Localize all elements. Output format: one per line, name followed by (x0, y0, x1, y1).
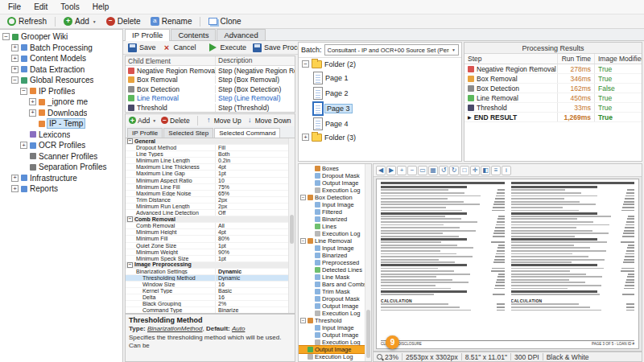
property-value[interactable]: 2px (216, 204, 295, 209)
select-region-icon[interactable]: □ (460, 166, 469, 175)
child-row-threshold[interactable]: ThresholdStep (Threshold) (126, 103, 295, 113)
diagnostic-item-filtered[interactable]: Filtered (299, 208, 371, 216)
expander-icon[interactable]: − (2, 33, 10, 40)
nav-item-data-extraction[interactable]: +Data Extraction (0, 64, 122, 76)
expander-icon[interactable]: + (11, 44, 19, 51)
property-row-minimum-aspect-ratio[interactable]: Minimum Aspect Ratio10 (126, 178, 295, 184)
property-value[interactable]: 90% (216, 249, 295, 255)
result-row-line-removal[interactable]: Line Removal450msTrue (464, 93, 642, 103)
nav-item-ignore-me[interactable]: +_ignore me (0, 97, 122, 108)
property-category-general[interactable]: −General (126, 138, 295, 145)
property-row-thresholding-method[interactable]: Thresholding MethodDynamic (126, 275, 295, 282)
diagnostic-item-execution-log[interactable]: Execution Log (299, 353, 371, 360)
expander-icon[interactable]: + (11, 55, 19, 62)
diagnostic-item-execution-log[interactable]: Execution Log (299, 230, 371, 237)
property-row-minimum-weight[interactable]: Minimum Weight90% (126, 249, 295, 256)
diagnostic-item-execution-log[interactable]: Execution Log (299, 187, 371, 194)
step-tab-selected-command[interactable]: Selected Command (214, 128, 280, 138)
step-tab-selected-step[interactable]: Selected Step (163, 128, 213, 138)
property-value[interactable]: Off (216, 210, 295, 216)
save-processed-page-button[interactable]: Save Processed Page (250, 43, 298, 53)
property-value[interactable]: 4pt (216, 229, 295, 235)
scrollbar-thumb[interactable] (290, 215, 294, 244)
property-row-minimum-fill[interactable]: Minimum Fill80% (126, 236, 295, 242)
menu-item-file[interactable]: File (2, 1, 27, 13)
property-value[interactable]: Both (216, 151, 295, 157)
child-row-line-removal[interactable]: Line RemovalStep (Line Removal) (126, 94, 295, 104)
property-row-maximum-edge-noise[interactable]: Maximum Edge Noise65% (126, 191, 295, 197)
rotate-left-icon[interactable]: ↺ (439, 166, 448, 175)
zoom-in-icon[interactable]: + (397, 166, 407, 175)
diagnostic-item-box-detection[interactable]: −Box Detection (299, 194, 371, 201)
diagnostic-item-boxes[interactable]: Boxes (299, 165, 371, 172)
expander-icon[interactable]: − (300, 195, 306, 200)
batch-page-page-3[interactable]: Page 3 (299, 101, 461, 116)
diagnostic-item-execution-log[interactable]: Execution Log (299, 310, 371, 317)
property-value[interactable]: All (216, 223, 295, 228)
diagnostic-item-line-mask[interactable]: Line Mask (299, 274, 371, 281)
fit-width-icon[interactable]: ▭ (418, 166, 427, 175)
property-value[interactable]: 16 (216, 282, 295, 287)
property-row-minimum-run-length[interactable]: Minimum Run Length2px (126, 204, 295, 210)
pan-icon[interactable]: ✛ (470, 166, 480, 175)
diagnostic-item-input-image[interactable]: Input Image (299, 245, 371, 252)
expander-icon[interactable]: + (11, 66, 19, 73)
nav-item-ocr-profiles[interactable]: +OCR Profiles (0, 140, 122, 151)
expander-icon[interactable]: + (11, 185, 19, 192)
property-row-kernel-type[interactable]: Kernel TypeBasic (126, 288, 295, 294)
property-category-image-preprocessing[interactable]: −Image Preprocessing (126, 262, 295, 269)
collapse-icon[interactable]: − (127, 216, 133, 222)
expander-icon[interactable]: + (302, 134, 309, 141)
nav-item-downloads[interactable]: +Downloads (0, 108, 122, 119)
property-row-minimum-height[interactable]: Minimum Height4pt (126, 229, 295, 236)
property-value[interactable]: Binarize (216, 307, 295, 313)
move-up-button[interactable]: Move Up (205, 117, 242, 125)
property-row-line-types[interactable]: Line TypesBoth (126, 151, 295, 158)
refresh-button[interactable]: Refresh (3, 16, 51, 27)
property-row-maximum-line-thickness[interactable]: Maximum Line Thickness4pt (126, 164, 295, 171)
property-category-comb-removal[interactable]: −Comb Removal (126, 216, 295, 223)
result-row-box-removal[interactable]: Box Removal346msTrue (464, 74, 642, 84)
diagnostic-item-bars-and-combs[interactable]: Bars and Combs (299, 281, 371, 288)
nav-item-lexicons[interactable]: Lexicons (0, 130, 122, 141)
cancel-button[interactable]: Cancel (160, 43, 199, 53)
property-row-advanced-line-detection[interactable]: Advanced Line DetectionOff (126, 210, 295, 216)
next-page-icon[interactable]: ▶ (386, 166, 396, 175)
nav-item-grooper-wiki[interactable]: −Grooper Wiki (0, 31, 122, 43)
fit-page-icon[interactable]: ▦ (428, 166, 438, 175)
property-row-quiet-zone-size[interactable]: Quiet Zone Size1pt (126, 243, 295, 249)
nav-item-content-models[interactable]: +Content Models (0, 53, 122, 64)
rotate-right-icon[interactable]: ↻ (449, 166, 459, 175)
property-grid-scrollbar[interactable] (288, 138, 295, 313)
add-button[interactable]: Add▼ (60, 16, 101, 27)
diagnostics-tree-scrollbar[interactable] (365, 164, 371, 361)
expander-icon[interactable]: + (20, 142, 27, 149)
expander-icon[interactable]: − (11, 76, 19, 84)
menu-item-edit[interactable]: Edit (27, 1, 54, 13)
result-row-end-result[interactable]: ▶END RESULT1,269msTrue (464, 113, 642, 122)
property-row-trim-distance[interactable]: Trim Distance2px (126, 197, 295, 204)
property-value[interactable]: Basic (216, 288, 295, 294)
collapse-icon[interactable]: − (127, 262, 133, 268)
diagnostic-item-output-image[interactable]: Output Image (299, 346, 371, 353)
diagnostic-item-lines[interactable]: Lines (299, 223, 371, 230)
property-row-maximum-line-gap[interactable]: Maximum Line Gap1pt (126, 171, 295, 177)
expander-icon[interactable]: + (29, 109, 36, 117)
clone-button[interactable]: Clone (204, 16, 245, 27)
property-value[interactable]: 0.2in (216, 158, 295, 163)
diagnostic-item-input-image[interactable]: Input Image (299, 201, 371, 208)
move-down-button[interactable]: Move Down (246, 117, 291, 125)
property-value[interactable]: 16 (216, 294, 295, 300)
result-row-threshold[interactable]: Threshold33msTrue (464, 103, 642, 113)
property-value[interactable]: 1pt (216, 256, 295, 261)
batch-folder-folder-3[interactable]: +Folder (3) (299, 131, 461, 143)
property-value[interactable]: 4pt (216, 164, 295, 170)
property-value[interactable]: Dynamic (216, 269, 295, 274)
property-value[interactable]: 75% (216, 184, 295, 190)
batch-page-page-1[interactable]: Page 1 (299, 70, 461, 85)
property-value[interactable]: 80% (216, 236, 295, 241)
property-row-window-size[interactable]: Window Size16 (126, 282, 295, 288)
property-row-minimum-speck-size[interactable]: Minimum Speck Size1pt (126, 256, 295, 262)
diagnostic-item-preprocessed[interactable]: Preprocessed (299, 259, 371, 266)
diagnostic-item-trim-mask[interactable]: Trim Mask (299, 288, 371, 295)
